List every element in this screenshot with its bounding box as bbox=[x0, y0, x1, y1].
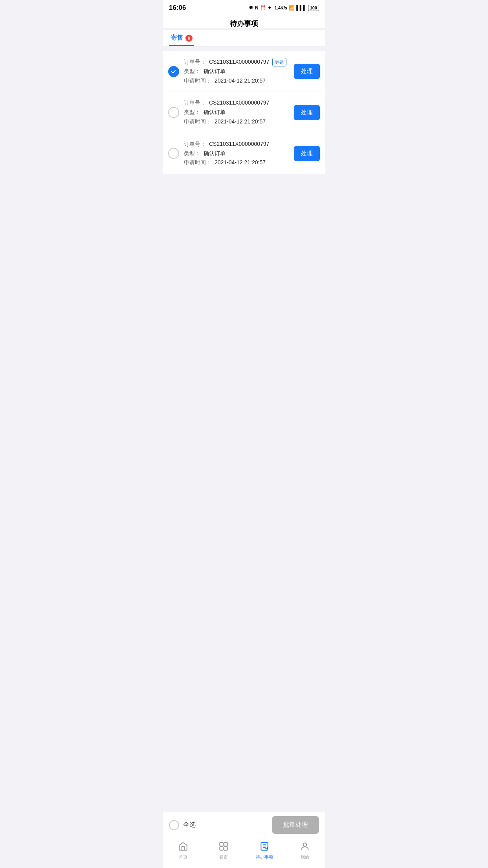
tab-badge-consignment: 0 bbox=[185, 35, 193, 42]
list-item: 订单号： CS210311X0000000797 赊销 类型： 确认订单 申请时… bbox=[163, 51, 325, 92]
status-icons: 👁 N ⏰ ✦ 1.4K/s 📶 ▌▌▌ 100 bbox=[249, 5, 319, 11]
wifi-icon: 📶 bbox=[289, 5, 295, 11]
tab-consignment-label: 寄售 bbox=[171, 34, 183, 42]
page-title: 待办事项 bbox=[230, 20, 258, 28]
item-content-1: 订单号： CS210311X0000000797 赊销 类型： 确认订单 申请时… bbox=[184, 57, 289, 85]
order-type-row-2: 类型： 确认订单 bbox=[184, 108, 289, 117]
item-content-3: 订单号： CS210311X0000000797 类型： 确认订单 申请时间： … bbox=[184, 140, 289, 167]
order-number-label-2: 订单号： bbox=[184, 98, 206, 108]
item-checkbox-2[interactable] bbox=[168, 107, 179, 118]
order-type-row-3: 类型： 确认订单 bbox=[184, 149, 289, 158]
item-content-2: 订单号： CS210311X0000000797 类型： 确认订单 申请时间： … bbox=[184, 98, 289, 126]
signal-icon: 1.4K/s bbox=[275, 6, 287, 10]
order-time-value-2: 2021-04-12 21:20:57 bbox=[215, 117, 266, 127]
order-time-label-3: 申请时间： bbox=[184, 158, 211, 167]
order-number-value-3: CS210311X0000000797 bbox=[209, 140, 269, 149]
order-type-value-3: 确认订单 bbox=[204, 149, 226, 158]
status-bar: 16:06 👁 N ⏰ ✦ 1.4K/s 📶 ▌▌▌ 100 bbox=[163, 0, 325, 14]
order-type-label-3: 类型： bbox=[184, 149, 200, 158]
order-number-row-2: 订单号： CS210311X0000000797 bbox=[184, 98, 289, 108]
order-time-label-1: 申请时间： bbox=[184, 76, 211, 86]
item-checkbox-3[interactable] bbox=[168, 148, 179, 159]
order-number-value-2: CS210311X0000000797 bbox=[209, 98, 269, 108]
list-item: 订单号： CS210311X0000000797 类型： 确认订单 申请时间： … bbox=[163, 133, 325, 174]
order-time-value-3: 2021-04-12 21:20:57 bbox=[215, 158, 266, 167]
order-time-value-1: 2021-04-12 21:20:57 bbox=[215, 76, 266, 86]
order-number-row-3: 订单号： CS210311X0000000797 bbox=[184, 140, 289, 149]
process-button-1[interactable]: 处理 bbox=[294, 64, 320, 79]
order-tag-1: 赊销 bbox=[272, 58, 286, 67]
cell-icon: ▌▌▌ bbox=[296, 5, 306, 11]
order-number-value-1: CS210311X0000000797 bbox=[209, 57, 269, 67]
order-time-label-2: 申请时间： bbox=[184, 117, 211, 127]
process-button-2[interactable]: 处理 bbox=[294, 105, 320, 120]
nfc-icon: N bbox=[255, 5, 259, 11]
order-type-label-1: 类型： bbox=[184, 67, 200, 76]
empty-area bbox=[163, 174, 325, 292]
tab-bar-top: 寄售 0 bbox=[163, 30, 325, 46]
order-time-row-1: 申请时间： 2021-04-12 21:20:57 bbox=[184, 76, 289, 86]
order-number-row-1: 订单号： CS210311X0000000797 赊销 bbox=[184, 57, 289, 67]
order-time-row-2: 申请时间： 2021-04-12 21:20:57 bbox=[184, 117, 289, 127]
item-checkbox-1[interactable] bbox=[168, 66, 179, 77]
order-type-label-2: 类型： bbox=[184, 108, 200, 117]
eye-icon: 👁 bbox=[249, 5, 253, 11]
order-time-row-3: 申请时间： 2021-04-12 21:20:57 bbox=[184, 158, 289, 167]
tab-consignment[interactable]: 寄售 0 bbox=[169, 30, 194, 46]
battery-icon: 100 bbox=[308, 5, 319, 11]
list-item: 订单号： CS210311X0000000797 类型： 确认订单 申请时间： … bbox=[163, 92, 325, 133]
order-number-label-3: 订单号： bbox=[184, 140, 206, 149]
status-time: 16:06 bbox=[169, 4, 186, 12]
order-number-label-1: 订单号： bbox=[184, 57, 206, 67]
order-list: 订单号： CS210311X0000000797 赊销 类型： 确认订单 申请时… bbox=[163, 51, 325, 174]
order-type-value-2: 确认订单 bbox=[204, 108, 226, 117]
alarm-icon: ⏰ bbox=[260, 5, 266, 11]
page-header: 待办事项 bbox=[163, 14, 325, 28]
order-type-value-1: 确认订单 bbox=[204, 67, 226, 76]
order-type-row-1: 类型： 确认订单 bbox=[184, 67, 289, 76]
bluetooth-icon: ✦ bbox=[268, 5, 272, 11]
process-button-3[interactable]: 处理 bbox=[294, 146, 320, 161]
